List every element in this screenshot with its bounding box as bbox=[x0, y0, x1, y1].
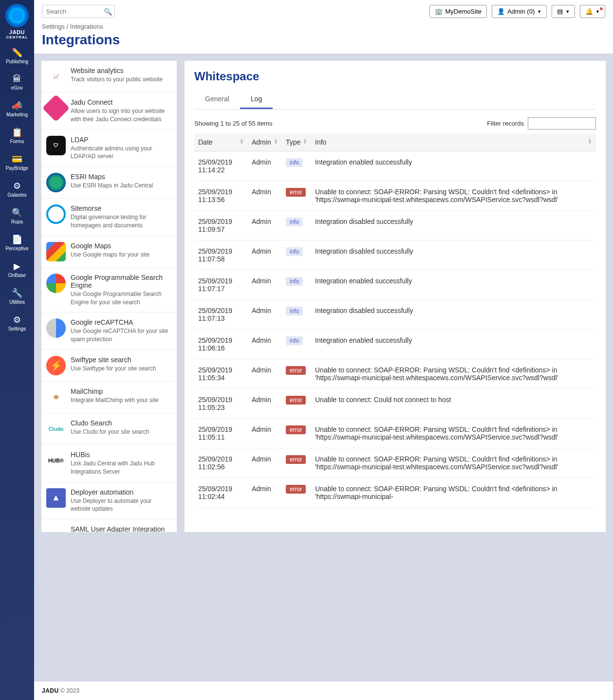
sidebar-item-egov[interactable]: 🏛eGov bbox=[5, 69, 28, 95]
sidebar-item-galaxies[interactable]: ⚙Galaxies bbox=[5, 176, 28, 203]
detail-title: Whitespace bbox=[194, 70, 596, 83]
integration-icon bbox=[46, 318, 66, 338]
site-label: MyDemoSite bbox=[445, 8, 481, 15]
integration-desc: Use Google maps for your site bbox=[71, 251, 149, 259]
type-badge: info bbox=[286, 247, 303, 256]
filter-input[interactable] bbox=[528, 117, 596, 129]
sidebar-item-publishing[interactable]: ✏️Publishing bbox=[5, 42, 28, 69]
cell-info: Unable to connect: SOAP-ERROR: Parsing W… bbox=[311, 419, 596, 448]
cell-type: error bbox=[282, 181, 311, 211]
sidebar: JADU CENTRAL ✏️Publishing🏛eGov📣Marketing… bbox=[0, 0, 34, 700]
type-badge: error bbox=[286, 188, 306, 197]
integration-item[interactable]: 🛡 LDAP Authenticate admins using your LD… bbox=[41, 130, 177, 167]
cell-date: 25/09/2019 11:05:11 bbox=[194, 419, 248, 448]
table-row: 25/09/2019 11:14:22 Admin info Integrati… bbox=[194, 151, 596, 181]
nav-icon: 📋 bbox=[5, 127, 28, 138]
integration-item[interactable]: SAML SAML User Adapter Integration Link … bbox=[41, 519, 177, 533]
integration-icon bbox=[46, 173, 66, 192]
breadcrumb: Settings / Integrations bbox=[34, 23, 613, 32]
col-type[interactable]: Type▲▼ bbox=[282, 133, 311, 151]
brand-name: JADU bbox=[5, 29, 29, 35]
integration-icon: Cludo bbox=[46, 419, 66, 439]
type-badge: error bbox=[286, 455, 306, 464]
notifications-button[interactable]: 🔔 ▼ bbox=[580, 5, 605, 18]
sort-icon: ▲▼ bbox=[588, 138, 592, 145]
table-row: 25/09/2019 11:13:56 Admin error Unable t… bbox=[194, 181, 596, 211]
integration-icon: HUB® bbox=[46, 451, 66, 470]
col-admin[interactable]: Admin▲▼ bbox=[248, 133, 282, 151]
integration-desc: Allow users to sign into your website wi… bbox=[71, 107, 172, 124]
cell-type: info bbox=[282, 270, 311, 300]
table-row: 25/09/2019 11:07:17 Admin info Integrati… bbox=[194, 270, 596, 300]
user-icon: 👤 bbox=[497, 8, 505, 15]
sidebar-item-paybridge[interactable]: 💳PayBridge bbox=[5, 149, 28, 176]
col-date[interactable]: Date▲▼ bbox=[194, 133, 248, 151]
tab-log[interactable]: Log bbox=[240, 90, 273, 109]
integration-desc: Use Deployer to automate your website up… bbox=[71, 497, 172, 514]
sidebar-item-rupa[interactable]: 🔍Rupa bbox=[5, 203, 28, 229]
module-icon: ▤ bbox=[557, 8, 563, 15]
integration-desc: Use Cludo for your site search bbox=[71, 428, 149, 436]
cell-date: 25/09/2019 11:05:23 bbox=[194, 389, 248, 419]
cell-info: Unable to connect: SOAP-ERROR: Parsing W… bbox=[311, 478, 596, 508]
integration-item[interactable]: 🐵 MailChimp Integrate MailChimp with you… bbox=[41, 382, 177, 413]
sidebar-item-perceptive[interactable]: 📄Perceptive bbox=[5, 229, 28, 256]
integration-icon bbox=[46, 242, 66, 261]
log-table: Date▲▼ Admin▲▼ Type▲▼ Info▲▼ 25/09/2019 … bbox=[194, 133, 596, 508]
table-row: 25/09/2019 11:07:13 Admin info Integrati… bbox=[194, 300, 596, 330]
site-selector-button[interactable]: 🏢 MyDemoSite bbox=[429, 5, 486, 18]
type-badge: error bbox=[286, 366, 306, 375]
search-wrap: 🔍 bbox=[42, 5, 115, 18]
col-info[interactable]: Info▲▼ bbox=[311, 133, 596, 151]
cell-admin: Admin bbox=[248, 181, 282, 211]
cell-type: error bbox=[282, 419, 311, 448]
cell-admin: Admin bbox=[248, 240, 282, 270]
integration-item[interactable]: Google Programmable Search Engine Use Go… bbox=[41, 268, 177, 313]
sidebar-item-onbase[interactable]: ▶OnBase bbox=[5, 256, 28, 283]
integration-item[interactable]: ESRI Maps Use ESRI Maps in Jadu Central bbox=[41, 167, 177, 199]
integration-desc: Link Jadu Central with Jadu Hub Integrat… bbox=[71, 460, 172, 476]
integration-desc: Track visitors to your public website bbox=[71, 75, 163, 84]
search-icon[interactable]: 🔍 bbox=[104, 8, 112, 16]
sidebar-item-marketing[interactable]: 📣Marketing bbox=[5, 95, 28, 122]
integration-desc: Use Google reCAPTCHA for your site spam … bbox=[71, 327, 172, 344]
nav-label: Perceptive bbox=[5, 246, 28, 251]
chevron-down-icon: ▼ bbox=[537, 9, 541, 14]
sidebar-item-utilities[interactable]: 🔧Utilities bbox=[5, 283, 28, 310]
nav-icon: ✏️ bbox=[5, 47, 28, 58]
sidebar-item-forms[interactable]: 📋Forms bbox=[5, 122, 28, 149]
integration-item[interactable]: ▲ Deployer automation Use Deployer to au… bbox=[41, 482, 177, 520]
nav-icon: ▶ bbox=[5, 261, 28, 272]
tab-general[interactable]: General bbox=[194, 90, 240, 109]
breadcrumb-parent[interactable]: Settings bbox=[42, 23, 65, 30]
brand-logo[interactable]: JADU CENTRAL bbox=[5, 4, 29, 39]
cell-info: Unable to connect: SOAP-ERROR: Parsing W… bbox=[311, 181, 596, 211]
cell-type: error bbox=[282, 448, 311, 478]
module-menu-button[interactable]: ▤ ▼ bbox=[552, 5, 575, 18]
integration-title: ESRI Maps bbox=[71, 173, 153, 181]
user-menu-button[interactable]: 👤 Admin (0) ▼ bbox=[492, 5, 547, 18]
type-badge: error bbox=[286, 425, 306, 434]
integration-item[interactable]: Google reCAPTCHA Use Google reCAPTCHA fo… bbox=[41, 313, 177, 350]
cell-info: Unable to connect: Could not connect to … bbox=[311, 389, 596, 419]
footer-brand: JADU bbox=[42, 687, 59, 694]
integration-title: Deployer automation bbox=[71, 488, 172, 496]
integration-item[interactable]: HUB® HUBis Link Jadu Central with Jadu H… bbox=[41, 445, 177, 482]
integration-item[interactable]: Cludo Cludo Search Use Cludo for your si… bbox=[41, 413, 177, 445]
cell-date: 25/09/2019 11:05:34 bbox=[194, 359, 248, 389]
nav-label: Rupa bbox=[5, 219, 28, 224]
integrations-list[interactable]: 📈 Website analytics Track visitors to yo… bbox=[41, 60, 177, 533]
integration-item[interactable]: 📈 Website analytics Track visitors to yo… bbox=[41, 61, 177, 92]
nav-label: Forms bbox=[5, 139, 28, 144]
integration-item[interactable]: Sitemorse Digital governance testing for… bbox=[41, 199, 177, 236]
integration-desc: Digital governance testing for homepages… bbox=[71, 213, 172, 230]
showing-text: Showing 1 to 25 of 55 items bbox=[194, 120, 272, 127]
cell-date: 25/09/2019 11:14:22 bbox=[194, 151, 248, 181]
integration-item[interactable]: ⚡ Swiftype site search Use Swiftype for … bbox=[41, 350, 177, 382]
integration-item[interactable]: Jadu Connect Allow users to sign into yo… bbox=[41, 92, 177, 130]
integration-item[interactable]: Google Maps Use Google maps for your sit… bbox=[41, 236, 177, 268]
integration-icon bbox=[42, 94, 70, 122]
sidebar-item-settings[interactable]: ⚙Settings bbox=[5, 310, 28, 336]
cell-type: error bbox=[282, 389, 311, 419]
nav-icon: 📄 bbox=[5, 234, 28, 245]
